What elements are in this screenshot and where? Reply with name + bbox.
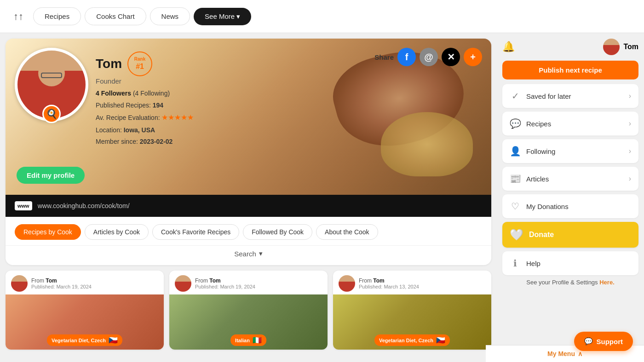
card-meta: From Tom Published: March 19, 2024 (31, 277, 92, 289)
followers-count: 4 Followers (96, 90, 131, 97)
share-x-button[interactable]: ✕ (442, 48, 460, 66)
card-meta: From Tom Published: March 13, 2024 (359, 277, 419, 289)
profile-title: Founder (96, 77, 194, 85)
sidebar-user: Tom (603, 39, 638, 55)
card-avatar (175, 275, 191, 292)
center-content: Share f @ ✕ + (0, 39, 497, 350)
main-layout: Share f @ ✕ + (0, 33, 644, 350)
recipe-card-tag: Vegetarian Diet, Czech 🇨🇿 (47, 334, 122, 346)
help-label: Help (526, 260, 540, 267)
recipe-card-header: From Tom Published: March 13, 2024 (333, 271, 491, 294)
search-toggle[interactable]: Search ▾ (234, 249, 263, 258)
tab-recipes-by-cook[interactable]: Recipes by Cook (15, 224, 81, 240)
recipe-card[interactable]: From Tom Published: March 19, 2024 Itali… (169, 271, 328, 350)
support-chat-icon: 💬 (584, 337, 593, 345)
share-label: Share (374, 53, 394, 61)
profile-name: Tom (96, 57, 122, 71)
nav-recipes-button[interactable]: Recipes (33, 7, 81, 25)
published-label: Published Recipes: (96, 102, 151, 109)
following-count: (4 Following) (133, 90, 170, 97)
member-since-label: Member since: (96, 138, 138, 145)
search-label: Search (234, 250, 256, 258)
recipe-cards-row: From Tom Published: March 19, 2024 Veget… (6, 271, 491, 350)
chevron-up-icon: ∧ (578, 350, 582, 357)
support-label: Support (597, 338, 623, 345)
share-facebook-button[interactable]: f (397, 48, 416, 66)
recipe-card-tag: Italian 🇮🇹 (230, 334, 266, 346)
share-bar: Share f @ ✕ + (374, 48, 482, 66)
profile-card: Share f @ ✕ + (6, 39, 491, 265)
sidebar-username: Tom (623, 43, 638, 51)
my-donations-label: My Donations (526, 203, 569, 210)
chevron-down-icon: › (629, 92, 631, 100)
share-more-button[interactable]: + (464, 48, 482, 66)
member-since-value: 2023-02-02 (140, 138, 173, 145)
av-recipe-label: Av. Recipe Evaluation: (96, 114, 160, 121)
recipe-card[interactable]: From Tom Published: March 13, 2024 Veget… (333, 271, 491, 350)
sidebar-item-following[interactable]: 👤 Following › (502, 139, 638, 163)
sidebar-avatar (603, 39, 620, 55)
rank-number: #1 (136, 62, 144, 71)
sidebar-item-my-donations[interactable]: ♡ My Donations (502, 194, 638, 218)
bell-icon[interactable]: 🔔 (502, 41, 515, 53)
card-avatar (11, 275, 28, 292)
donate-heart-icon: 🤍 (510, 228, 523, 241)
home-up-icon: ↑↑ (13, 11, 23, 23)
top-navigation: ↑↑ Recipes Cooks Chart News See More ▾ (0, 0, 644, 33)
profile-info-overlay: 🍳 Tom Rank #1 Founder 4 Followers (15, 48, 194, 147)
newspaper-icon: 📰 (510, 173, 521, 184)
right-sidebar: 🔔 Tom Publish next recipe ✓ Saved for la… (497, 39, 644, 350)
support-button[interactable]: 💬 Support (574, 332, 633, 351)
nav-news-button[interactable]: News (150, 7, 190, 25)
followers-line: 4 Followers (4 Following) (96, 90, 194, 97)
recipe-card[interactable]: From Tom Published: March 19, 2024 Veget… (6, 271, 164, 350)
checkmark-icon: ✓ (510, 90, 521, 102)
chevron-down-icon: › (629, 147, 631, 155)
rank-label: Rank (134, 57, 145, 62)
profile-meta: Published Recipes: 194 Av. Recipe Evalua… (96, 100, 194, 147)
chat-icon: 💬 (510, 118, 521, 129)
search-chevron-icon: ▾ (259, 249, 263, 258)
recipe-card-image: Vegetarian Diet, Czech 🇨🇿 (333, 294, 491, 350)
recipe-card-header: From Tom Published: March 19, 2024 (6, 271, 164, 294)
my-menu-label: My Menu (547, 350, 575, 357)
sidebar-item-saved-for-later[interactable]: ✓ Saved for later › (502, 84, 638, 108)
person-icon: 👤 (510, 146, 521, 157)
nav-cooks-chart-button[interactable]: Cooks Chart (85, 7, 146, 25)
publish-next-recipe-button[interactable]: Publish next recipe (502, 61, 638, 79)
donate-label: Donate (529, 231, 554, 239)
profile-settings-link: See your Profile & Settings Here. (502, 279, 638, 286)
recipes-label: Recipes (526, 120, 551, 128)
location-value: Iowa, USA (124, 126, 155, 134)
published-count: 194 (153, 102, 163, 109)
tab-followed-by-cook[interactable]: Followed By Cook (243, 224, 312, 240)
following-label: Following (526, 147, 555, 155)
tab-about-cook[interactable]: About the Cook (316, 224, 378, 240)
profile-text: Tom Rank #1 Founder 4 Followers (4 Follo… (96, 48, 194, 147)
share-email-button[interactable]: @ (420, 48, 438, 66)
edit-profile-button[interactable]: Edit my profile (17, 167, 85, 184)
tab-articles-by-cook[interactable]: Articles by Cook (85, 224, 149, 240)
home-button[interactable]: ↑↑ (7, 6, 29, 28)
sidebar-item-recipes[interactable]: 💬 Recipes › (502, 112, 638, 136)
www-badge: www (15, 201, 32, 210)
tabs-row: Recipes by Cook Articles by Cook Cook's … (6, 217, 491, 245)
profile-name-row: Tom Rank #1 (96, 51, 194, 76)
card-meta: From Tom Published: March 19, 2024 (195, 277, 255, 289)
sidebar-top-row: 🔔 Tom (502, 39, 638, 55)
recipe-card-header: From Tom Published: March 19, 2024 (169, 271, 328, 294)
avatar-wrap: 🍳 (15, 48, 88, 121)
sidebar-item-articles[interactable]: 📰 Articles › (502, 167, 638, 191)
recipe-card-tag: Vegetarian Diet, Czech 🇨🇿 (374, 334, 450, 346)
recipe-card-image: Vegetarian Diet, Czech 🇨🇿 (6, 294, 164, 350)
nav-see-more-button[interactable]: See More ▾ (194, 8, 251, 25)
profile-settings-anchor[interactable]: Here. (599, 279, 615, 286)
tab-cooks-favorite[interactable]: Cook's Favorite Recipes (152, 224, 239, 240)
sidebar-item-help[interactable]: ℹ Help (502, 251, 638, 275)
search-row: Search ▾ (6, 245, 491, 265)
chef-icon: 🍳 (42, 105, 61, 123)
rank-badge: Rank #1 (127, 51, 152, 76)
profile-banner: Share f @ ✕ + (6, 39, 491, 195)
saved-for-later-label: Saved for later (526, 92, 571, 100)
donate-button[interactable]: 🤍 Donate (502, 222, 638, 248)
